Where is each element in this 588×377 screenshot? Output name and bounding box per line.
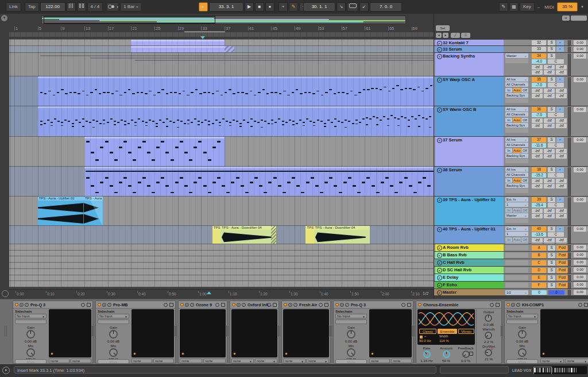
track-header[interactable]: ▾Backing SynthsMaster▼34S-4.0C-inf-inf-i… [434,52,588,76]
warmth-knob[interactable] [483,330,494,341]
device-chorus-ensemble[interactable]: Chorus-EnsembleClassicEnsembleVibrato⌐50… [416,301,502,364]
return-lane-row[interactable] [9,268,434,275]
device-fold-icon[interactable]: ▾ [288,303,292,307]
send-field[interactable]: -inf [544,179,555,184]
track-activator[interactable]: F [532,283,546,288]
tempo-field[interactable]: 122.00 [40,2,65,11]
amount-knob[interactable] [443,351,450,358]
cue-volume-field[interactable]: 0 [548,290,564,295]
return-lane-row[interactable] [9,256,434,262]
hot-swap-icon[interactable] [81,303,85,307]
plugin-display[interactable] [49,309,91,357]
device-drag-handle[interactable] [5,326,7,336]
device-drag-handle[interactable] [278,326,280,336]
clip[interactable] [131,40,225,45]
chorus-mode-ensemble[interactable]: Ensemble [438,329,457,334]
device-oxford-infl-[interactable]: ▾╱Oxford Infl...none▼none▼ [230,301,279,364]
plugin-edit-icon[interactable]: ╱ [107,303,111,307]
cue-headphone-button[interactable]: ∩ [556,226,564,232]
cue-headphone-button[interactable]: ∩ [556,137,564,143]
track-header[interactable]: ▾39 TPS - Aura - Uplifter 02Ext. In▼1▼In… [434,196,588,225]
solo-button[interactable]: S [548,197,555,202]
send-field[interactable]: -inf [556,149,567,154]
input-routing-chooser[interactable]: Ext. In▼ [505,197,528,202]
monitor-in-button[interactable]: In [505,237,512,242]
track-delay-field[interactable]: 0.00 [574,197,586,202]
mute-button[interactable]: Mute [335,359,367,364]
solo-button[interactable]: S [548,40,555,45]
device-fold-icon[interactable]: ▾ [20,303,24,307]
track-fold-icon[interactable]: ▾ [437,78,442,83]
send-field[interactable]: -inf [556,70,567,75]
sidechain-channel-field[interactable] [335,320,367,324]
device-activator-led[interactable] [506,303,510,306]
plugin-param-slot[interactable]: none [391,359,412,363]
track-header[interactable]: ▾37 SerumAll Ins▼All Channels▼InAutoOffB… [434,136,588,166]
sidechain-channel-field[interactable] [506,320,538,324]
solo-button[interactable]: S [548,167,555,172]
track-delay-field[interactable]: 0.00 [574,267,586,272]
device-fold-icon[interactable]: ▾ [511,303,515,307]
sidechain-input-chooser[interactable]: No Input▼ [335,314,367,318]
output-routing-chooser[interactable]: Backing Syn▼ [505,153,528,158]
pan-field[interactable]: C [548,173,564,178]
send-field[interactable]: -inf [544,118,555,124]
track-activator[interactable]: C [532,260,546,266]
track-activator[interactable]: E [532,275,546,280]
track-lane-row[interactable] [9,76,434,106]
send-field[interactable]: -inf [544,94,555,99]
panel-extra-button[interactable] [571,16,587,21]
send-field[interactable]: -inf [532,214,543,219]
output-routing-chooser[interactable]: Backing Syn▼ [505,183,528,188]
track-name-block[interactable]: ▾37 Serum [435,137,504,166]
pre-post-toggle[interactable]: Post [556,245,568,251]
feedback-invert-button[interactable] [469,352,473,356]
cue-headphone-button[interactable]: ∩ [556,107,564,112]
send-field[interactable]: -inf [544,65,555,70]
solo-button[interactable]: S [548,47,555,52]
track-activator[interactable]: 40 [532,226,546,232]
track-name-block[interactable]: ▾SY Warm OSC B [435,106,504,136]
pan-field[interactable]: C [548,113,564,118]
solo-button[interactable]: S [548,245,555,251]
send-field[interactable]: -inf [556,214,567,219]
cue-headphone-button[interactable]: ∩ [556,77,564,82]
midi-map-button[interactable]: MIDI [543,3,556,11]
mute-button[interactable]: Mute [15,359,47,364]
rate-knob[interactable] [421,349,432,359]
cue-headphone-button[interactable]: ∩ [556,167,564,172]
save-preset-icon[interactable] [221,303,225,307]
device-title-bar[interactable]: ▾╱Oxford Infl... [230,301,278,309]
track-name-block[interactable]: ▾40 TPS - Aura - Uplifter 01 [435,226,504,244]
plugin-panel-toggle[interactable] [371,352,374,355]
master-output-chooser[interactable]: 1/2▼ [505,290,528,295]
device-activator-led[interactable] [284,303,287,306]
output-routing-chooser[interactable]: Backing Syn▼ [505,93,528,98]
cue-headphone-button[interactable]: ∩ [556,40,564,45]
volume-field[interactable]: -11.6 [532,143,546,148]
key-map-button[interactable]: Key [520,2,535,11]
track-delay-field[interactable]: 0.00 [574,260,586,265]
track-name-block[interactable]: ▸F Echo [435,282,504,288]
track-delay-field[interactable]: 0.00 [574,107,586,112]
send-field[interactable]: -inf [544,154,555,159]
hot-swap-icon[interactable] [164,303,168,307]
save-preset-icon[interactable] [496,303,500,307]
chorus-mode-vibrato[interactable]: Vibrato [458,329,474,334]
width-value[interactable]: 114 % [439,339,449,343]
track-fold-icon[interactable]: ▾ [437,227,442,232]
input-routing-chooser[interactable]: All Ins▼ [505,77,528,82]
device-activator-led[interactable] [15,303,18,306]
device-title-bar[interactable]: ▾╱Pro-Q 3 [334,301,413,309]
input-routing-chooser[interactable]: All Ins▼ [505,107,528,111]
return-lane-row[interactable] [9,280,434,287]
device-activator-led[interactable] [98,303,101,306]
plugin-param-slot[interactable]: none▼ [307,359,329,363]
plugin-param-slot[interactable]: none [153,359,174,363]
send-field[interactable]: -inf [532,179,543,184]
send-field[interactable]: -inf [544,89,555,94]
output-routing-chooser[interactable]: Backing Syn▼ [505,123,528,128]
gain-knob[interactable] [347,330,355,338]
automation-mode-button[interactable]: ╱ [451,33,460,38]
monitor-off-button[interactable]: Off [521,178,528,183]
